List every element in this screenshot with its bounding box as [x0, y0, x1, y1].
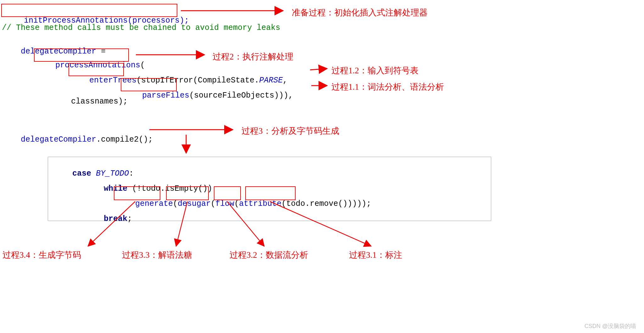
block-line-break: break;: [85, 205, 132, 233]
anno-p12: 过程1.2：输入到符号表: [331, 65, 419, 76]
token-generate: generate: [135, 199, 173, 208]
redbox-init: [1, 4, 177, 17]
redbox-attribute: [245, 186, 296, 200]
token-compile2: .compile2();: [96, 135, 153, 144]
code-line-7: classnames);: [71, 97, 128, 106]
tail6: (sourceFileObjects))),: [189, 91, 293, 100]
code-comment: // These method calls must be chained to…: [2, 23, 280, 32]
anno-prep: 准备过程：初始化插入式注解处理器: [292, 7, 428, 18]
watermark: CSDN @没脑袋的喵: [585, 322, 636, 330]
p2: (: [211, 199, 215, 208]
p3: (: [234, 199, 239, 208]
svg-line-2: [310, 69, 327, 70]
token-delegate2: delegateCompiler: [21, 135, 96, 144]
token-attribute: attribute: [239, 199, 281, 208]
redbox-entertrees: [69, 63, 124, 76]
code-line-8: delegateCompiler.compile2();: [2, 126, 153, 153]
semi: ;: [127, 214, 132, 223]
redbox-desugar: [166, 186, 209, 200]
anno-p3: 过程3：分析及字节码生成: [242, 125, 339, 137]
tail: (todo.remove()))));: [281, 199, 371, 208]
p1: (: [173, 199, 178, 208]
kw-break: break: [104, 214, 127, 223]
anno-p33: 过程3.3：解语法糖: [122, 249, 192, 261]
anno-p34: 过程3.4：生成字节码: [3, 249, 81, 261]
redbox-generate: [114, 186, 160, 200]
redbox-parsefiles: [121, 78, 177, 91]
anno-p11: 过程1.1：词法分析、语法分析: [331, 81, 444, 93]
anno-p32: 过程3.2：数据流分析: [230, 249, 308, 261]
token-flow: flow: [215, 199, 234, 208]
redbox-processannotations: [34, 48, 129, 62]
page: initProcessAnnotations(processors); // T…: [0, 0, 644, 333]
redbox-flow: [214, 186, 241, 200]
token-desugar: desugar: [178, 199, 211, 208]
anno-p2: 过程2：执行注解处理: [213, 51, 293, 62]
token-parsefiles: parseFiles: [142, 91, 189, 100]
anno-p31: 过程3.1：标注: [349, 249, 402, 261]
